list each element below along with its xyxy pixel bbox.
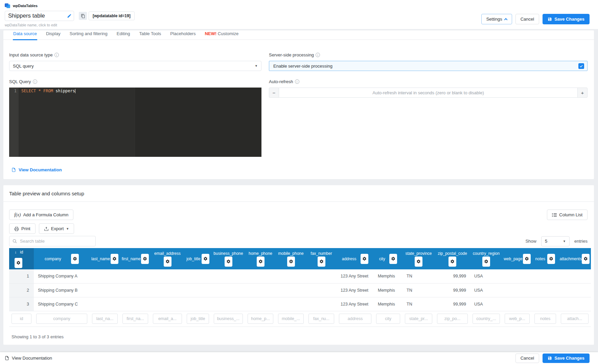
auto-refresh-increase-button[interactable]: + xyxy=(577,88,588,98)
shortcode-chip[interactable]: [wpdatatable id=19] xyxy=(89,11,135,20)
column-header-city[interactable]: city xyxy=(374,248,402,269)
sql-query-editor[interactable]: 1 SELECT * FROM shippers xyxy=(9,88,261,157)
column-settings-gear-web_page[interactable] xyxy=(523,254,531,264)
column-settings-gear-notes[interactable] xyxy=(547,254,555,264)
filter-input-last_name[interactable] xyxy=(92,314,118,324)
tab-editing[interactable]: Editing xyxy=(116,30,131,40)
column-settings-gear-company[interactable] xyxy=(71,254,79,264)
editor-print-margin xyxy=(135,88,261,157)
table-search-input[interactable] xyxy=(9,236,96,246)
filter-input-company[interactable] xyxy=(36,314,87,324)
footer-view-documentation-link[interactable]: View Documentation xyxy=(5,356,52,361)
column-settings-gear-home_phone[interactable] xyxy=(257,257,264,267)
auto-refresh-input[interactable] xyxy=(279,88,577,98)
filter-input-state_province[interactable] xyxy=(405,314,432,324)
column-settings-gear-zip_postal_code[interactable] xyxy=(448,257,456,267)
sort-descending-icon: ↓ xyxy=(15,250,17,254)
column-header-address[interactable]: address xyxy=(337,248,374,269)
gear-icon xyxy=(289,259,293,264)
column-header-first_name[interactable]: first_name xyxy=(120,248,151,269)
column-header-last_name[interactable]: last_name xyxy=(90,248,120,269)
export-button[interactable]: Export ▼ xyxy=(39,223,74,234)
filter-input-first_name[interactable] xyxy=(122,314,148,324)
filter-input-mobile_phone[interactable] xyxy=(278,314,304,324)
footer-save-changes-button[interactable]: Save Changes xyxy=(543,354,590,363)
filter-input-web_page[interactable] xyxy=(505,314,530,324)
cell-business_phone xyxy=(211,283,245,297)
column-header-attachments[interactable]: attachments xyxy=(558,248,591,269)
tab-placeholders[interactable]: Placeholders xyxy=(170,30,196,40)
add-formula-column-button[interactable]: f(x) Add a Formula Column xyxy=(9,210,73,220)
info-icon[interactable]: i xyxy=(33,79,37,84)
column-header-mobile_phone[interactable]: mobile_phone xyxy=(276,248,306,269)
column-settings-gear-last_name[interactable] xyxy=(111,254,118,264)
settings-button[interactable]: Settings xyxy=(481,14,512,24)
column-settings-gear-email_address[interactable] xyxy=(164,257,171,267)
column-settings-gear-fax_number[interactable] xyxy=(318,257,325,267)
column-header-web_page[interactable]: web_page xyxy=(502,248,532,269)
entries-per-page-select[interactable]: 5 ▼ xyxy=(541,236,570,246)
column-header-job_title[interactable]: job_title xyxy=(184,248,211,269)
cancel-button[interactable]: Cancel xyxy=(515,14,539,24)
column-settings-gear-id[interactable] xyxy=(15,258,22,268)
info-icon[interactable]: i xyxy=(316,53,320,57)
column-header-country_region[interactable]: country_region xyxy=(470,248,502,269)
filter-input-job_title[interactable] xyxy=(187,314,209,324)
info-icon[interactable]: i xyxy=(295,79,299,84)
tab-sorting-filtering[interactable]: Sorting and filtering xyxy=(69,30,108,40)
filter-input-notes[interactable] xyxy=(534,314,556,324)
tab-display[interactable]: Display xyxy=(46,30,61,40)
enable-server-side-row[interactable]: Enable server-side processing xyxy=(269,61,588,71)
column-settings-gear-address[interactable] xyxy=(361,254,368,264)
column-settings-gear-first_name[interactable] xyxy=(141,254,149,264)
column-header-notes[interactable]: notes xyxy=(532,248,558,269)
filter-input-business_phone[interactable] xyxy=(214,314,243,324)
column-header-fax_number[interactable]: fax_number xyxy=(306,248,337,269)
gear-icon xyxy=(203,257,208,261)
edit-pencil-icon[interactable] xyxy=(67,14,72,18)
column-header-state_province[interactable]: state_province xyxy=(402,248,435,269)
save-changes-button[interactable]: Save Changes xyxy=(543,14,590,24)
filter-input-attachments[interactable] xyxy=(561,314,589,324)
filter-input-country_region[interactable] xyxy=(473,314,500,324)
filter-input-fax_number[interactable] xyxy=(308,314,334,324)
tab-table-tools[interactable]: Table Tools xyxy=(139,30,161,40)
cell-mobile_phone xyxy=(276,269,306,283)
footer-cancel-button[interactable]: Cancel xyxy=(515,354,539,363)
filter-input-address[interactable] xyxy=(339,314,371,324)
info-icon[interactable]: i xyxy=(54,53,59,57)
server-side-checkbox[interactable] xyxy=(578,63,584,69)
column-header-email_address[interactable]: email_address xyxy=(151,248,184,269)
filter-input-id[interactable] xyxy=(12,314,31,324)
filter-input-zip_postal_code[interactable] xyxy=(437,314,468,324)
copy-shortcode-button[interactable] xyxy=(79,12,87,20)
column-settings-gear-business_phone[interactable] xyxy=(225,257,232,267)
column-settings-gear-job_title[interactable] xyxy=(202,254,209,264)
column-header-company[interactable]: company xyxy=(34,248,90,269)
column-settings-gear-state_province[interactable] xyxy=(415,257,422,267)
column-header-id[interactable]: ↓id xyxy=(9,248,34,269)
filter-input-email_address[interactable] xyxy=(153,314,182,324)
print-button[interactable]: Print xyxy=(9,223,36,234)
auto-refresh-decrease-button[interactable]: − xyxy=(269,88,279,98)
cell-web_page xyxy=(502,269,532,283)
column-settings-gear-mobile_phone[interactable] xyxy=(287,257,295,267)
new-badge: NEW! xyxy=(205,31,216,36)
cell-first_name xyxy=(120,297,151,311)
column-header-zip_postal_code[interactable]: zip_postal_code xyxy=(435,248,470,269)
view-documentation-link[interactable]: View Documentation xyxy=(12,167,62,172)
tab-data-source[interactable]: Data source xyxy=(13,30,37,40)
cell-id: 3 xyxy=(9,297,34,311)
table-name-input[interactable] xyxy=(5,11,74,21)
filter-input-city[interactable] xyxy=(376,314,400,324)
column-header-home_phone[interactable]: home_phone xyxy=(245,248,276,269)
column-list-button[interactable]: Column List xyxy=(547,210,588,220)
cell-address: 123 Any Street xyxy=(337,297,374,311)
column-settings-gear-city[interactable] xyxy=(389,254,397,264)
tab-customize[interactable]: NEW! Customize xyxy=(204,30,239,40)
column-settings-gear-attachments[interactable] xyxy=(582,254,590,264)
column-header-business_phone[interactable]: business_phone xyxy=(211,248,245,269)
filter-input-home_phone[interactable] xyxy=(248,314,273,324)
column-settings-gear-country_region[interactable] xyxy=(482,257,490,267)
input-source-type-select[interactable]: SQL query ▼ xyxy=(9,61,261,71)
